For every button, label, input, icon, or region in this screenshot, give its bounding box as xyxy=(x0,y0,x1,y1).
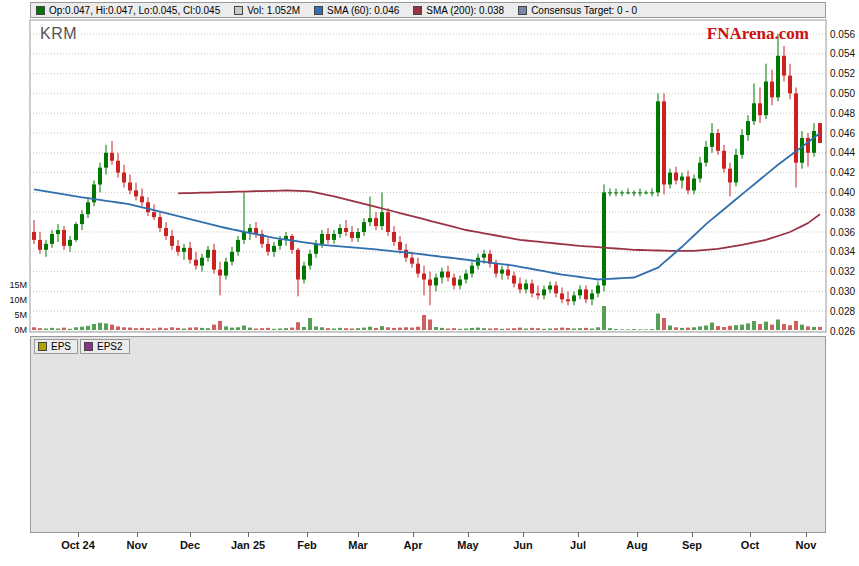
volume-bar xyxy=(272,329,276,330)
candle-body xyxy=(494,264,498,274)
candle-body xyxy=(266,244,270,252)
volume-bar xyxy=(260,328,264,330)
candle-body xyxy=(734,155,738,183)
candle-body xyxy=(80,214,84,224)
candle-body xyxy=(692,179,696,191)
volume-bar xyxy=(446,329,450,331)
volume-bar xyxy=(488,329,492,331)
volume-bar xyxy=(608,328,612,330)
volume-bar xyxy=(614,329,618,330)
candle-body xyxy=(704,147,708,163)
volume-bar xyxy=(590,329,594,331)
volume-bar xyxy=(656,314,660,331)
volume-bar xyxy=(596,327,600,330)
candle-body xyxy=(398,242,402,250)
candle-body xyxy=(68,240,72,246)
month-label: Jul xyxy=(570,539,586,551)
volume-bar xyxy=(572,329,576,331)
ticker-symbol: KRM xyxy=(40,25,77,43)
month-tick xyxy=(692,532,693,537)
volume-bar xyxy=(314,326,318,330)
candle-body xyxy=(296,250,300,280)
candle-body xyxy=(650,192,654,193)
volume-bar xyxy=(500,329,504,330)
candle-body xyxy=(596,285,600,293)
candle-body xyxy=(722,151,726,169)
month-label: Jun xyxy=(513,539,533,551)
volume-bar xyxy=(800,325,804,330)
volume-bar xyxy=(482,328,486,330)
month-tick xyxy=(637,532,638,537)
candle-body xyxy=(110,153,114,161)
candle-body xyxy=(56,230,60,234)
volume-bar xyxy=(74,327,78,330)
candle-body xyxy=(800,138,804,163)
volume-bar xyxy=(362,328,366,330)
candle-body xyxy=(362,222,366,232)
candle-body xyxy=(530,283,534,293)
volume-bar xyxy=(764,322,768,330)
candle-body xyxy=(422,274,426,280)
volume-bar xyxy=(746,323,750,330)
candle-body xyxy=(32,232,36,240)
legend-swatch xyxy=(36,6,45,15)
candle-body xyxy=(590,293,594,299)
candle-body xyxy=(338,228,342,234)
volume-bar xyxy=(104,323,108,330)
month-label: Jan 25 xyxy=(231,539,265,551)
volume-bar xyxy=(296,322,300,330)
candle-body xyxy=(320,234,324,244)
volume-bar xyxy=(722,327,726,330)
volume-bar xyxy=(62,328,66,330)
month-label: Feb xyxy=(297,539,317,551)
volume-bar xyxy=(734,325,738,330)
volume-bar xyxy=(584,328,588,330)
candle-body xyxy=(680,177,684,181)
candle-body xyxy=(716,133,720,151)
candle-body xyxy=(458,280,462,286)
price-tick-label: 0.028 xyxy=(830,306,855,317)
candle-body xyxy=(164,228,168,236)
x-axis-month-labels: Oct 24NovDecJan 25FebMarAprMayJunJulAugS… xyxy=(0,532,859,558)
volume-bar xyxy=(620,329,624,330)
volume-bar xyxy=(752,321,756,330)
volume-bar xyxy=(398,328,402,330)
candle-body xyxy=(500,270,504,274)
volume-bar xyxy=(164,328,168,330)
legend-label: SMA (200): 0.038 xyxy=(426,5,504,16)
candle-body xyxy=(554,285,558,293)
volume-bar xyxy=(788,325,792,330)
candle-body xyxy=(308,254,312,266)
legend-label: SMA (60): 0.046 xyxy=(327,5,399,16)
candle-body xyxy=(542,289,546,295)
candle-body xyxy=(656,101,660,192)
month-label: Apr xyxy=(404,539,423,551)
candle-body xyxy=(584,289,588,299)
month-tick xyxy=(358,532,359,537)
volume-bar xyxy=(326,328,330,330)
sma-200-line xyxy=(178,190,820,250)
candle-body xyxy=(38,240,42,250)
candle-body xyxy=(290,236,294,250)
volume-tick-label: 5M xyxy=(14,310,27,320)
candle-body xyxy=(182,248,186,252)
candle-body xyxy=(230,252,234,262)
candle-body xyxy=(572,295,576,301)
volume-tick-label: 15M xyxy=(9,280,27,290)
volume-bar xyxy=(302,327,306,330)
price-tick-label: 0.038 xyxy=(830,207,855,218)
legend-swatch xyxy=(518,6,527,15)
candle-body xyxy=(206,250,210,258)
volume-bar xyxy=(254,329,258,331)
candle-body xyxy=(104,153,108,168)
volume-bar xyxy=(98,323,102,330)
volume-bar xyxy=(806,326,810,330)
candle-body xyxy=(764,82,768,116)
candle-body xyxy=(632,192,636,193)
volume-bar xyxy=(266,328,270,330)
volume-bar xyxy=(224,326,228,330)
candle-body xyxy=(128,183,132,191)
price-tick-label: 0.048 xyxy=(830,108,855,119)
candle-body xyxy=(170,236,174,246)
volume-bar xyxy=(638,329,642,330)
